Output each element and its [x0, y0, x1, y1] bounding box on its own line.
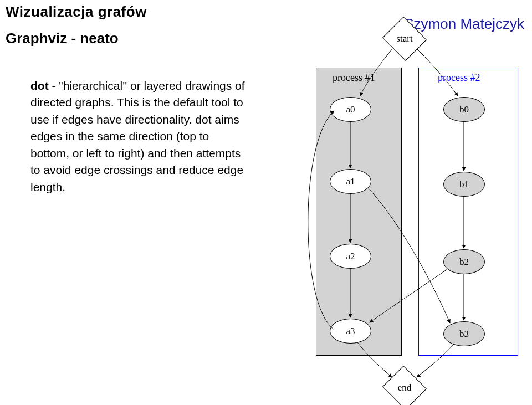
node-b0: b0 [443, 97, 485, 122]
start-node: start [382, 22, 427, 55]
page-title: Wizualizacja grafów [6, 3, 147, 20]
node-b1: b1 [443, 172, 485, 197]
description-paragraph: dot - "hierarchical'' or layered drawing… [30, 78, 247, 196]
node-a2: a2 [330, 244, 371, 269]
page-subtitle: Graphviz - neato [6, 30, 119, 47]
node-a3: a3 [330, 319, 371, 344]
node-a1: a1 [330, 169, 371, 194]
cluster-label-process-2: process #2 [438, 72, 480, 84]
end-label: end [382, 382, 427, 393]
start-label: start [382, 33, 427, 44]
cluster-label-process-1: process #1 [332, 72, 375, 84]
end-node: end [382, 371, 427, 404]
graph-diagram: process #1 process #2 start end a0 a1 a2… [272, 6, 524, 404]
node-b3: b3 [443, 321, 485, 346]
tool-name: dot [30, 79, 49, 92]
description-text: - "hierarchical'' or layered drawings of… [30, 79, 245, 193]
node-a0: a0 [330, 97, 371, 122]
node-b2: b2 [443, 249, 485, 274]
